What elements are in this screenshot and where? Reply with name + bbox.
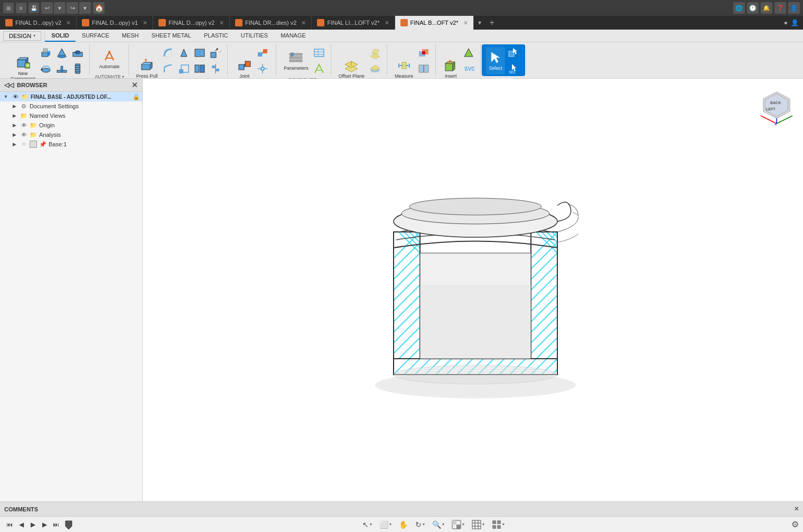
orbit-button[interactable]: ↻ ▾ <box>413 519 427 530</box>
layers-icon[interactable]: ≡ <box>16 3 26 13</box>
extrude-button[interactable] <box>39 45 53 60</box>
insert-svg-button[interactable]: SVG <box>461 61 476 76</box>
tab-5-close[interactable]: ✕ <box>385 20 389 26</box>
ribbon-tab-solid[interactable]: SOLID <box>45 30 76 42</box>
tab-3[interactable]: FINAL D...opy) v2 ✕ <box>153 16 230 30</box>
chamfer-button[interactable] <box>161 61 175 76</box>
configure-table-button[interactable] <box>312 45 326 60</box>
align-button[interactable] <box>208 61 223 76</box>
browser-root-item[interactable]: ▼ 👁 📁 FINAL BASE - ADJUSTED LOF... 🔒 <box>0 92 142 101</box>
move-copy-button[interactable] <box>208 45 223 60</box>
rib-button[interactable] <box>54 61 69 76</box>
joint-origin-button[interactable] <box>255 61 270 76</box>
timeline-marker-icon[interactable] <box>62 518 75 531</box>
select-option-1[interactable] <box>506 45 521 60</box>
help-icon[interactable]: ❓ <box>774 2 786 14</box>
doc-settings-expand[interactable]: ▶ <box>11 102 18 110</box>
origin-eye-icon[interactable]: 👁 <box>20 122 27 129</box>
loft-button[interactable] <box>54 45 69 60</box>
status-icon[interactable]: ● <box>784 19 788 26</box>
ribbon-tab-sheet-metal[interactable]: SHEET METAL <box>145 30 198 42</box>
origin-expand[interactable]: ▶ <box>11 122 18 129</box>
rules-button[interactable] <box>312 61 326 76</box>
frame-button[interactable]: ⬜ ▾ <box>377 519 394 530</box>
ribbon-tab-surface[interactable]: SURFACE <box>76 30 116 42</box>
insert-mesh-button[interactable] <box>461 45 476 60</box>
select-button[interactable]: Select <box>486 47 505 74</box>
tab-6[interactable]: FINAL B...OFT v2* ✕ <box>395 16 474 30</box>
root-eye-icon[interactable]: 👁 <box>12 93 19 100</box>
bell-icon[interactable]: 🔔 <box>761 2 772 14</box>
ribbon-tab-mesh[interactable]: MESH <box>116 30 145 42</box>
fillet-button[interactable] <box>161 45 175 60</box>
comments-expand-btn[interactable]: ✕ <box>794 506 799 512</box>
select-option-2[interactable]: SEL <box>506 61 521 76</box>
as-built-joint-button[interactable] <box>255 45 270 60</box>
tabs-overflow-button[interactable]: ▾ <box>474 16 485 30</box>
browser-item-base[interactable]: ▶ 👁 📌 Base:1 <box>0 139 142 149</box>
redo-dropdown[interactable]: ▾ <box>79 2 91 14</box>
analysis-eye-icon[interactable]: 👁 <box>20 131 27 138</box>
interference-button[interactable] <box>416 45 431 60</box>
draft-button[interactable] <box>176 45 191 60</box>
browser-item-analysis[interactable]: ▶ 👁 📁 Analysis <box>0 130 142 139</box>
design-button[interactable]: DESIGN ▾ <box>3 31 41 41</box>
ribbon-tab-plastic[interactable]: PLASTIC <box>198 30 235 42</box>
save-icon[interactable]: 💾 <box>29 3 39 13</box>
skip-start-button[interactable]: ⏮ <box>4 519 15 530</box>
clock-icon[interactable]: 🕐 <box>747 2 759 14</box>
tab-6-close[interactable]: ✕ <box>463 20 468 26</box>
settings-icon[interactable]: ⚙ <box>791 520 799 529</box>
layout-button[interactable]: ▾ <box>489 519 507 530</box>
tab-2[interactable]: FINAL D...opy) v1 ✕ <box>77 16 153 30</box>
play-button[interactable]: ▶ <box>27 519 38 530</box>
design-dropdown[interactable]: DESIGN ▾ <box>0 31 45 41</box>
hole-button[interactable] <box>70 45 85 60</box>
tab-3-close[interactable]: ✕ <box>219 20 224 26</box>
new-tab-button[interactable]: + <box>485 16 499 30</box>
browser-close-btn[interactable]: ✕ <box>132 81 138 89</box>
display-mode-button[interactable]: ▾ <box>449 519 467 530</box>
undo-dropdown[interactable]: ▾ <box>54 2 66 14</box>
next-button[interactable]: ▶ <box>39 519 50 530</box>
ribbon-tab-manage[interactable]: MANAGE <box>274 30 312 42</box>
named-views-expand[interactable]: ▶ <box>11 112 18 119</box>
scale-button[interactable] <box>176 61 191 76</box>
skip-end-button[interactable]: ⏭ <box>51 519 61 530</box>
base-expand[interactable]: ▶ <box>11 141 18 148</box>
home-button[interactable]: 🏠 <box>93 2 105 14</box>
plane-at-angle-button[interactable] <box>368 45 382 60</box>
browser-item-origin[interactable]: ▶ 👁 📁 Origin <box>0 120 142 130</box>
app-grid-icon[interactable]: ⊞ <box>3 3 14 13</box>
redo-button[interactable]: ↪ <box>67 2 78 14</box>
parameter-button[interactable]: Parameters <box>282 47 311 74</box>
zoom-button[interactable]: 🔍 ▾ <box>429 519 447 530</box>
profile-icon-tab[interactable]: 👤 <box>791 19 799 26</box>
browser-item-doc-settings[interactable]: ▶ ⚙ Document Settings <box>0 101 142 111</box>
split-body-button[interactable] <box>192 61 207 76</box>
network-icon[interactable]: 🌐 <box>733 2 745 14</box>
section-analysis-button[interactable] <box>416 61 431 76</box>
revolve-button[interactable] <box>39 61 53 76</box>
split-face-button[interactable] <box>192 45 207 60</box>
prev-button[interactable]: ◀ <box>16 519 26 530</box>
ribbon-tab-utilities[interactable]: UTILITIES <box>235 30 274 42</box>
pan-button[interactable]: ✋ <box>396 519 410 530</box>
tab-1[interactable]: FINAL D...opy) v2 ✕ <box>0 16 77 30</box>
tab-5[interactable]: FINAL LI...LOFT v2* ✕ <box>312 16 395 30</box>
viewport[interactable]: Z BACK LEFT <box>143 79 803 501</box>
browser-item-named-views[interactable]: ▶ 📁 Named Views <box>0 111 142 120</box>
automate-button[interactable]: Automate <box>97 45 122 73</box>
tangent-plane-button[interactable] <box>368 61 382 76</box>
profile-icon[interactable]: 👤 <box>788 2 800 14</box>
tab-4-close[interactable]: ✕ <box>301 20 306 26</box>
tab-1-close[interactable]: ✕ <box>66 20 71 26</box>
undo-button[interactable]: ↩ <box>41 2 53 14</box>
viewcube[interactable]: Z BACK LEFT <box>755 84 798 126</box>
base-eye-icon[interactable]: 👁 <box>20 141 27 148</box>
grid-button[interactable]: ▾ <box>469 519 487 530</box>
thread-button[interactable] <box>70 61 85 76</box>
browser-collapse-icon[interactable]: ◁◁ <box>4 81 14 89</box>
tab-4[interactable]: FINAL DR...dies) v2 ✕ <box>230 16 312 30</box>
analysis-expand[interactable]: ▶ <box>11 131 18 138</box>
